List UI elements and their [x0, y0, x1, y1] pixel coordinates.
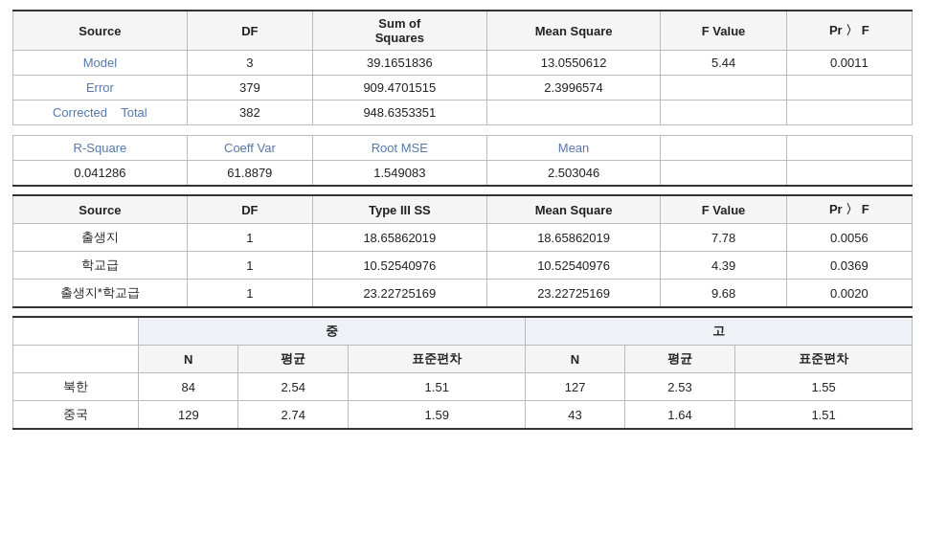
ss-interaction: 23.22725169 — [312, 280, 486, 308]
df-model: 3 — [187, 51, 312, 76]
source-birthplace: 출생지 — [13, 224, 188, 252]
stat-header-row: R-Square Coeff Var Root MSE Mean — [13, 136, 913, 161]
table-row: 출생지 1 18.65862019 18.65862019 7.78 0.005… — [13, 224, 913, 252]
anova-table-1: Source DF Sum ofSquares Mean Square F Va… — [12, 10, 913, 187]
group-top-header: 중 고 — [13, 317, 913, 346]
table-row: Corrected Total 382 948.6353351 — [13, 101, 913, 125]
g1-sd-jungkuk: 1.59 — [349, 401, 526, 430]
col-ss-1: Sum ofSquares — [312, 11, 486, 51]
pr-model: 0.0011 — [786, 51, 912, 76]
stat-empty-1 — [661, 136, 786, 161]
pr-birthplace: 0.0056 — [786, 224, 912, 252]
stat-header-mean: Mean — [486, 136, 661, 161]
stat-val-empty-2 — [786, 161, 912, 187]
g1-sd-bukhан: 1.51 — [349, 373, 526, 401]
ss-school: 10.52540976 — [312, 252, 486, 280]
stat-header-coeff: Coeff Var — [187, 136, 312, 161]
f-total — [661, 101, 786, 125]
ss-total: 948.6353351 — [312, 101, 486, 125]
table-row: Error 379 909.4701515 2.3996574 — [13, 76, 913, 101]
g1-n-jungkuk: 129 — [139, 401, 238, 430]
pr-school: 0.0369 — [786, 252, 912, 280]
row-label-jungkuk: 중국 — [13, 401, 139, 430]
g1-sd-header: 표준편차 — [349, 346, 526, 373]
col-f-1: F Value — [661, 11, 786, 51]
ss-error: 909.4701515 — [312, 76, 486, 101]
f-birthplace: 7.78 — [661, 224, 786, 252]
g2-sd-jungkuk: 1.51 — [735, 401, 913, 430]
stat-header-rootmse: Root MSE — [312, 136, 486, 161]
df-total: 382 — [187, 101, 312, 125]
ms-interaction: 23.22725169 — [486, 280, 661, 308]
g2-mean-bukhан: 2.53 — [624, 373, 734, 401]
g1-n-header: N — [139, 346, 238, 373]
main-wrapper: Source DF Sum ofSquares Mean Square F Va… — [12, 10, 913, 430]
table-row: 학교급 1 10.52540976 10.52540976 4.39 0.036… — [13, 252, 913, 280]
g2-mean-header: 평균 — [624, 346, 734, 373]
empty-row — [13, 125, 913, 136]
table-row: Model 3 39.1651836 13.0550612 5.44 0.001… — [13, 51, 913, 76]
anova-table-2: Source DF Type III SS Mean Square F Valu… — [12, 194, 913, 308]
g1-mean-jungkuk: 2.74 — [238, 401, 349, 430]
pr-interaction: 0.0020 — [786, 280, 912, 308]
stat-rsquare: 0.041286 — [13, 161, 188, 187]
df-school: 1 — [187, 252, 312, 280]
col-df-2: DF — [187, 195, 312, 224]
stat-coeff: 61.8879 — [187, 161, 312, 187]
group-table: 중 고 N 평균 표준편차 N 평균 표준편차 북한 — [12, 316, 913, 430]
g2-sd-bukhан: 1.55 — [735, 373, 913, 401]
df-error: 379 — [187, 76, 312, 101]
stat-val-empty-1 — [661, 161, 786, 187]
source-model: Model — [13, 51, 188, 76]
stat-empty-2 — [786, 136, 912, 161]
group1-header: 중 — [139, 317, 526, 346]
g1-n-bukhан: 84 — [139, 373, 238, 401]
ms-total — [486, 101, 661, 125]
table-row: 중국 129 2.74 1.59 43 1.64 1.51 — [13, 401, 913, 430]
g1-mean-bukhан: 2.54 — [238, 373, 349, 401]
col-typess: Type III SS — [312, 195, 486, 224]
source-error: Error — [13, 76, 188, 101]
g2-n-header: N — [526, 346, 625, 373]
ss-birthplace: 18.65862019 — [312, 224, 486, 252]
ms-school: 10.52540976 — [486, 252, 661, 280]
section-divider-1 — [12, 187, 913, 194]
f-error — [661, 76, 786, 101]
group-sub-header: N 평균 표준편차 N 평균 표준편차 — [13, 346, 913, 373]
g2-mean-jungkuk: 1.64 — [624, 401, 734, 430]
df-interaction: 1 — [187, 280, 312, 308]
col-pr-2: Pr 〉 F — [786, 195, 912, 224]
col-df-1: DF — [187, 11, 312, 51]
col-source-1: Source — [13, 11, 188, 51]
col-f-2: F Value — [661, 195, 786, 224]
row-label-bukhан: 북한 — [13, 373, 139, 401]
pr-error — [786, 76, 912, 101]
col-source-2: Source — [13, 195, 188, 224]
ss-model: 39.1651836 — [312, 51, 486, 76]
source-school: 학교급 — [13, 252, 188, 280]
stat-value-row: 0.041286 61.8879 1.549083 2.503046 — [13, 161, 913, 187]
table2-header-row: Source DF Type III SS Mean Square F Valu… — [13, 195, 913, 224]
section-divider-2 — [12, 308, 913, 316]
table1-header-row: Source DF Sum ofSquares Mean Square F Va… — [13, 11, 913, 51]
pr-total — [786, 101, 912, 125]
col-ms-2: Mean Square — [486, 195, 661, 224]
table-row: 출생지*학교급 1 23.22725169 23.22725169 9.68 0… — [13, 280, 913, 308]
stat-header-rsquare: R-Square — [13, 136, 188, 161]
g2-sd-header: 표준편차 — [735, 346, 913, 373]
f-school: 4.39 — [661, 252, 786, 280]
df-birthplace: 1 — [187, 224, 312, 252]
ms-birthplace: 18.65862019 — [486, 224, 661, 252]
col-pr-1: Pr 〉 F — [786, 11, 912, 51]
label-col-header — [13, 346, 139, 373]
g2-n-jungkuk: 43 — [526, 401, 625, 430]
table-row: 북한 84 2.54 1.51 127 2.53 1.55 — [13, 373, 913, 401]
group2-header: 고 — [526, 317, 913, 346]
stat-rootmse: 1.549083 — [312, 161, 486, 187]
g2-n-bukhан: 127 — [526, 373, 625, 401]
ms-error: 2.3996574 — [486, 76, 661, 101]
f-interaction: 9.68 — [661, 280, 786, 308]
g1-mean-header: 평균 — [238, 346, 349, 373]
group-empty-header — [13, 317, 139, 346]
col-ms-1: Mean Square — [486, 11, 661, 51]
